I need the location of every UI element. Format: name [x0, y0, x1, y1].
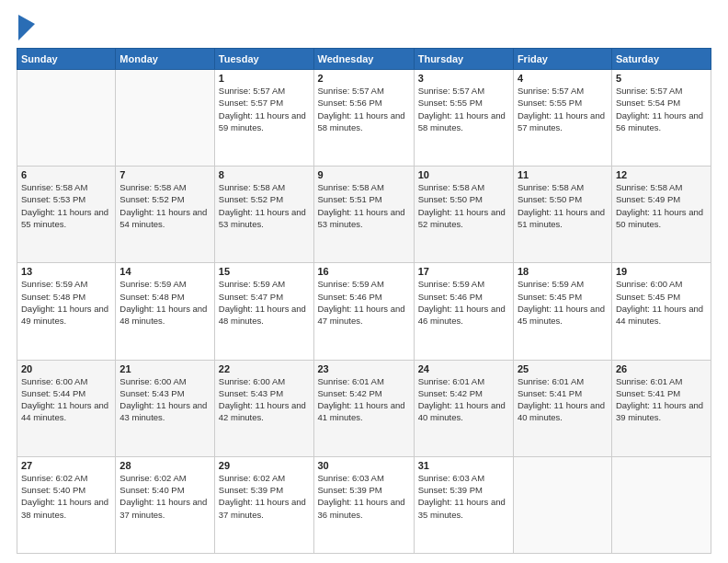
day-info: Sunrise: 5:59 AMSunset: 5:47 PMDaylight:…: [219, 278, 310, 327]
daylight-text: Daylight: 11 hours and 56 minutes.: [616, 109, 707, 134]
daylight-text: Daylight: 11 hours and 35 minutes.: [418, 496, 509, 521]
day-number: 2: [318, 73, 410, 84]
sunset-text: Sunset: 5:54 PM: [616, 97, 707, 109]
weekday-header-sunday: Sunday: [17, 49, 116, 70]
sunrise-text: Sunrise: 6:03 AM: [318, 472, 410, 484]
daylight-text: Daylight: 11 hours and 55 minutes.: [21, 206, 111, 231]
day-number: 24: [418, 363, 509, 374]
weekday-header-thursday: Thursday: [414, 49, 513, 70]
day-info: Sunrise: 6:03 AMSunset: 5:39 PMDaylight:…: [318, 472, 410, 521]
daylight-text: Daylight: 11 hours and 53 minutes.: [318, 206, 410, 231]
sunrise-text: Sunrise: 6:02 AM: [219, 472, 310, 484]
sunrise-text: Sunrise: 5:59 AM: [21, 278, 111, 290]
calendar-cell: 15Sunrise: 5:59 AMSunset: 5:47 PMDayligh…: [214, 263, 313, 360]
day-number: 9: [318, 169, 410, 180]
day-number: 3: [418, 73, 509, 84]
weekday-header-wednesday: Wednesday: [313, 49, 414, 70]
sunset-text: Sunset: 5:48 PM: [21, 291, 111, 303]
day-number: 6: [21, 169, 111, 180]
calendar-cell: 30Sunrise: 6:03 AMSunset: 5:39 PMDayligh…: [313, 456, 414, 553]
sunrise-text: Sunrise: 6:03 AM: [418, 472, 509, 484]
day-info: Sunrise: 5:58 AMSunset: 5:50 PMDaylight:…: [518, 181, 608, 230]
calendar-page: SundayMondayTuesdayWednesdayThursdayFrid…: [0, 0, 728, 563]
day-number: 19: [616, 266, 707, 277]
calendar-cell: 9Sunrise: 5:58 AMSunset: 5:51 PMDaylight…: [313, 167, 414, 263]
daylight-text: Daylight: 11 hours and 46 minutes.: [418, 303, 509, 327]
day-number: 18: [518, 266, 608, 277]
sunrise-text: Sunrise: 6:01 AM: [518, 375, 608, 387]
week-row-3: 13Sunrise: 5:59 AMSunset: 5:48 PMDayligh…: [17, 263, 711, 360]
sunset-text: Sunset: 5:52 PM: [219, 193, 310, 205]
day-info: Sunrise: 5:57 AMSunset: 5:56 PMDaylight:…: [318, 85, 410, 133]
sunrise-text: Sunrise: 5:58 AM: [219, 181, 310, 193]
calendar-cell: [116, 70, 214, 167]
daylight-text: Daylight: 11 hours and 43 minutes.: [119, 399, 210, 424]
weekday-header-row: SundayMondayTuesdayWednesdayThursdayFrid…: [17, 49, 711, 70]
daylight-text: Daylight: 11 hours and 50 minutes.: [616, 206, 707, 231]
weekday-header-friday: Friday: [513, 49, 611, 70]
sunset-text: Sunset: 5:39 PM: [418, 484, 509, 496]
day-info: Sunrise: 5:58 AMSunset: 5:51 PMDaylight:…: [318, 181, 410, 230]
daylight-text: Daylight: 11 hours and 44 minutes.: [21, 399, 111, 424]
calendar-cell: 1Sunrise: 5:57 AMSunset: 5:57 PMDaylight…: [214, 70, 313, 167]
calendar-cell: 4Sunrise: 5:57 AMSunset: 5:55 PMDaylight…: [513, 70, 611, 167]
day-number: 17: [418, 266, 509, 277]
daylight-text: Daylight: 11 hours and 58 minutes.: [318, 109, 410, 134]
calendar-cell: 22Sunrise: 6:00 AMSunset: 5:43 PMDayligh…: [214, 360, 313, 456]
daylight-text: Daylight: 11 hours and 48 minutes.: [219, 303, 310, 327]
sunset-text: Sunset: 5:53 PM: [21, 193, 111, 205]
sunset-text: Sunset: 5:46 PM: [318, 291, 410, 303]
day-info: Sunrise: 6:00 AMSunset: 5:43 PMDaylight:…: [219, 375, 310, 424]
calendar-cell: 26Sunrise: 6:01 AMSunset: 5:41 PMDayligh…: [611, 360, 711, 456]
sunrise-text: Sunrise: 6:02 AM: [119, 472, 210, 484]
sunset-text: Sunset: 5:48 PM: [119, 291, 210, 303]
week-row-5: 27Sunrise: 6:02 AMSunset: 5:40 PMDayligh…: [17, 456, 711, 553]
calendar-cell: 24Sunrise: 6:01 AMSunset: 5:42 PMDayligh…: [414, 360, 513, 456]
calendar-cell: [17, 70, 116, 167]
day-info: Sunrise: 6:00 AMSunset: 5:43 PMDaylight:…: [119, 375, 210, 424]
sunrise-text: Sunrise: 5:59 AM: [318, 278, 410, 290]
day-number: 29: [219, 460, 310, 471]
day-info: Sunrise: 6:02 AMSunset: 5:39 PMDaylight:…: [219, 472, 310, 521]
sunset-text: Sunset: 5:43 PM: [219, 387, 310, 399]
sunrise-text: Sunrise: 5:59 AM: [219, 278, 310, 290]
day-number: 30: [318, 460, 410, 471]
day-info: Sunrise: 5:58 AMSunset: 5:52 PMDaylight:…: [219, 181, 310, 230]
daylight-text: Daylight: 11 hours and 54 minutes.: [119, 206, 210, 231]
sunset-text: Sunset: 5:49 PM: [616, 193, 707, 205]
day-info: Sunrise: 5:57 AMSunset: 5:54 PMDaylight:…: [616, 85, 707, 133]
calendar-cell: 20Sunrise: 6:00 AMSunset: 5:44 PMDayligh…: [17, 360, 116, 456]
day-info: Sunrise: 5:59 AMSunset: 5:46 PMDaylight:…: [318, 278, 410, 327]
day-number: 21: [119, 363, 210, 374]
sunset-text: Sunset: 5:42 PM: [318, 387, 410, 399]
day-info: Sunrise: 5:57 AMSunset: 5:57 PMDaylight:…: [219, 85, 310, 133]
day-number: 20: [21, 363, 111, 374]
day-number: 28: [119, 460, 210, 471]
sunrise-text: Sunrise: 5:58 AM: [518, 181, 608, 193]
calendar-cell: 28Sunrise: 6:02 AMSunset: 5:40 PMDayligh…: [116, 456, 214, 553]
calendar-cell: 13Sunrise: 5:59 AMSunset: 5:48 PMDayligh…: [17, 263, 116, 360]
sunrise-text: Sunrise: 6:02 AM: [21, 472, 111, 484]
day-info: Sunrise: 5:57 AMSunset: 5:55 PMDaylight:…: [518, 85, 608, 133]
calendar-cell: 8Sunrise: 5:58 AMSunset: 5:52 PMDaylight…: [214, 167, 313, 263]
day-number: 15: [219, 266, 310, 277]
sunset-text: Sunset: 5:51 PM: [318, 193, 410, 205]
daylight-text: Daylight: 11 hours and 37 minutes.: [119, 496, 210, 521]
weekday-header-monday: Monday: [116, 49, 214, 70]
logo: [17, 18, 35, 40]
day-number: 23: [318, 363, 410, 374]
daylight-text: Daylight: 11 hours and 52 minutes.: [418, 206, 509, 231]
day-number: 26: [616, 363, 707, 374]
daylight-text: Daylight: 11 hours and 47 minutes.: [318, 303, 410, 327]
sunrise-text: Sunrise: 5:59 AM: [119, 278, 210, 290]
sunrise-text: Sunrise: 5:59 AM: [518, 278, 608, 290]
daylight-text: Daylight: 11 hours and 49 minutes.: [21, 303, 111, 327]
calendar-cell: 17Sunrise: 5:59 AMSunset: 5:46 PMDayligh…: [414, 263, 513, 360]
sunset-text: Sunset: 5:55 PM: [418, 97, 509, 109]
calendar-cell: 5Sunrise: 5:57 AMSunset: 5:54 PMDaylight…: [611, 70, 711, 167]
sunset-text: Sunset: 5:45 PM: [616, 291, 707, 303]
logo-icon: [18, 15, 35, 40]
day-info: Sunrise: 6:01 AMSunset: 5:42 PMDaylight:…: [418, 375, 509, 424]
calendar-cell: [611, 456, 711, 553]
svg-marker-0: [18, 15, 35, 40]
